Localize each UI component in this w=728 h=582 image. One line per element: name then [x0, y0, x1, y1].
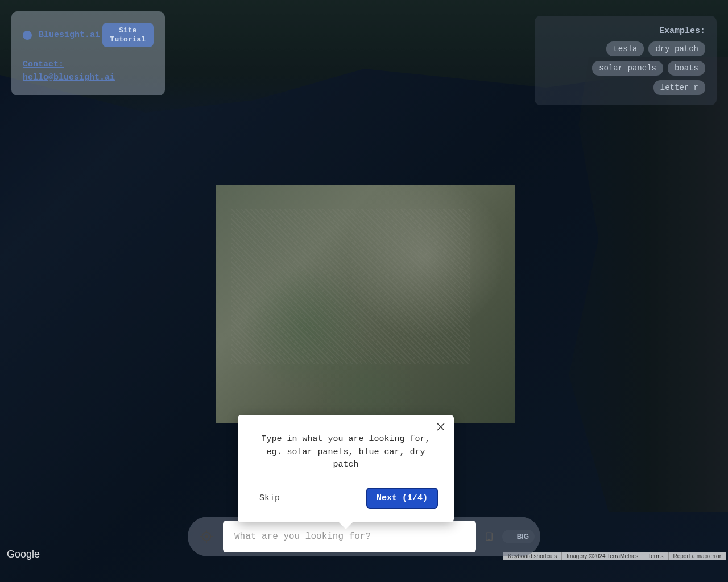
locate-icon[interactable]: [193, 523, 220, 550]
brand-panel: Bluesight.ai Site Tutorial Contact: hell…: [11, 11, 165, 95]
big-toggle[interactable]: BIG: [502, 530, 535, 543]
brand-title: Bluesight.ai: [39, 30, 102, 40]
big-toggle-label: BIG: [517, 533, 531, 541]
examples-label: Examples:: [546, 26, 705, 36]
search-bar: BIG: [188, 517, 540, 556]
svg-point-1: [205, 535, 208, 538]
svg-rect-6: [486, 533, 492, 541]
example-chip-boats[interactable]: boats: [668, 61, 705, 76]
map-attribution-bar: Keyboard shortcuts Imagery ©2024 TerraMe…: [503, 552, 726, 560]
example-chip-dry-patch[interactable]: dry patch: [648, 41, 705, 56]
example-chip-tesla[interactable]: tesla: [606, 41, 644, 56]
report-error-link[interactable]: Report a map error: [669, 552, 726, 560]
contact-link[interactable]: Contact: hello@bluesight.ai: [23, 60, 115, 82]
contact-email: hello@bluesight.ai: [23, 73, 115, 82]
imagery-attribution: Imagery ©2024 TerraMetrics: [562, 552, 643, 560]
close-icon[interactable]: [437, 423, 445, 431]
next-button[interactable]: Next (1/4): [366, 488, 438, 509]
terms-link[interactable]: Terms: [643, 552, 668, 560]
skip-button[interactable]: Skip: [254, 489, 286, 508]
contact-label: Contact:: [23, 60, 64, 69]
example-chip-letter-r[interactable]: letter r: [653, 80, 705, 95]
search-input[interactable]: [234, 531, 465, 542]
site-tutorial-button[interactable]: Site Tutorial: [102, 23, 154, 47]
brand-logo-dot: [23, 31, 32, 40]
google-logo: Google: [7, 548, 40, 560]
example-chips-container: tesla dry patch solar panels boats lette…: [546, 41, 705, 95]
examples-panel: Examples: tesla dry patch solar panels b…: [535, 16, 717, 105]
search-icon[interactable]: [479, 531, 499, 542]
tutorial-message: Type in what you are looking for, eg. so…: [254, 433, 438, 472]
example-chip-solar-panels[interactable]: solar panels: [592, 61, 663, 76]
tutorial-popup: Type in what you are looking for, eg. so…: [238, 415, 454, 522]
map-highlight-region: [216, 185, 515, 423]
